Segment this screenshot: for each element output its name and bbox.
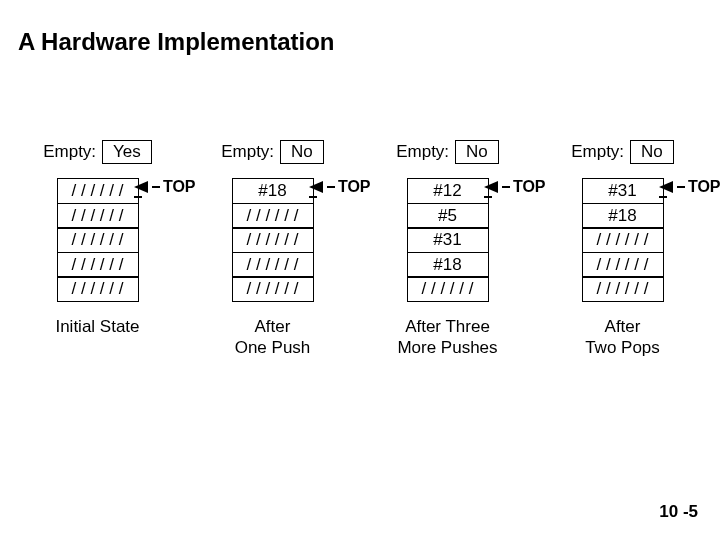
empty-indicator: Empty: No <box>221 140 324 164</box>
stack-cell: / / / / / / <box>57 276 139 302</box>
pointer-line <box>327 186 335 188</box>
empty-label: Empty: <box>43 142 96 162</box>
stack-cell: / / / / / / <box>57 178 139 204</box>
empty-indicator: Empty: No <box>571 140 674 164</box>
stack-cell: #5 <box>407 203 489 229</box>
stack-cell: / / / / / / <box>232 227 314 253</box>
stack-cell: #18 <box>407 252 489 278</box>
stack-cells: #18 / / / / / / / / / / / / / / / / / / … <box>232 178 314 302</box>
empty-value: Yes <box>102 140 152 164</box>
top-pointer: TOP <box>659 178 720 196</box>
stack-cell: / / / / / / <box>582 227 664 253</box>
stack-cell: / / / / / / <box>57 252 139 278</box>
stack-cell: #18 <box>582 203 664 229</box>
empty-value: No <box>280 140 324 164</box>
pointer-line <box>677 186 685 188</box>
stack-cell: #18 <box>232 178 314 204</box>
arrow-left-icon <box>309 181 323 193</box>
stack-cell: #31 <box>407 227 489 253</box>
stack-col-one-push: Empty: No #18 / / / / / / / / / / / / / … <box>189 140 357 359</box>
empty-label: Empty: <box>571 142 624 162</box>
stack-cell: / / / / / / <box>582 252 664 278</box>
stack-cells: #12 #5 #31 #18 / / / / / / <box>407 178 489 302</box>
stack-cell: / / / / / / <box>407 276 489 302</box>
stack-cell: / / / / / / <box>232 203 314 229</box>
empty-value: No <box>455 140 499 164</box>
pointer-line <box>502 186 510 188</box>
stack-cell: #12 <box>407 178 489 204</box>
empty-label: Empty: <box>396 142 449 162</box>
stack-col-two-pops: Empty: No #31 #18 / / / / / / / / / / / … <box>539 140 707 359</box>
empty-value: No <box>630 140 674 164</box>
top-label: TOP <box>688 178 720 196</box>
empty-label: Empty: <box>221 142 274 162</box>
stack-cell: / / / / / / <box>232 252 314 278</box>
arrow-left-icon <box>484 181 498 193</box>
stack-col-initial: Empty: Yes / / / / / / / / / / / / / / /… <box>14 140 182 359</box>
stack-col-three-pushes: Empty: No #12 #5 #31 #18 / / / / / / TOP… <box>364 140 532 359</box>
stack-caption: AfterOne Push <box>235 316 311 359</box>
stack-caption: AfterTwo Pops <box>585 316 660 359</box>
stack-caption: After ThreeMore Pushes <box>397 316 497 359</box>
top-pointer: TOP <box>484 178 546 196</box>
stack-cell: / / / / / / <box>57 227 139 253</box>
stack-cell: / / / / / / <box>232 276 314 302</box>
stack-cell: / / / / / / <box>582 276 664 302</box>
slide-number: 10 -5 <box>659 502 698 522</box>
arrow-left-icon <box>134 181 148 193</box>
diagram-stage: Empty: Yes / / / / / / / / / / / / / / /… <box>0 140 720 359</box>
arrow-left-icon <box>659 181 673 193</box>
empty-indicator: Empty: Yes <box>43 140 152 164</box>
stack-cells: / / / / / / / / / / / / / / / / / / / / … <box>57 178 139 302</box>
empty-indicator: Empty: No <box>396 140 499 164</box>
stack-cell: #31 <box>582 178 664 204</box>
stack-caption: Initial State <box>55 316 139 337</box>
stack-cells: #31 #18 / / / / / / / / / / / / / / / / … <box>582 178 664 302</box>
top-pointer: TOP <box>309 178 371 196</box>
top-pointer: TOP <box>134 178 196 196</box>
stack-cell: / / / / / / <box>57 203 139 229</box>
pointer-line <box>152 186 160 188</box>
page-title: A Hardware Implementation <box>18 28 335 56</box>
